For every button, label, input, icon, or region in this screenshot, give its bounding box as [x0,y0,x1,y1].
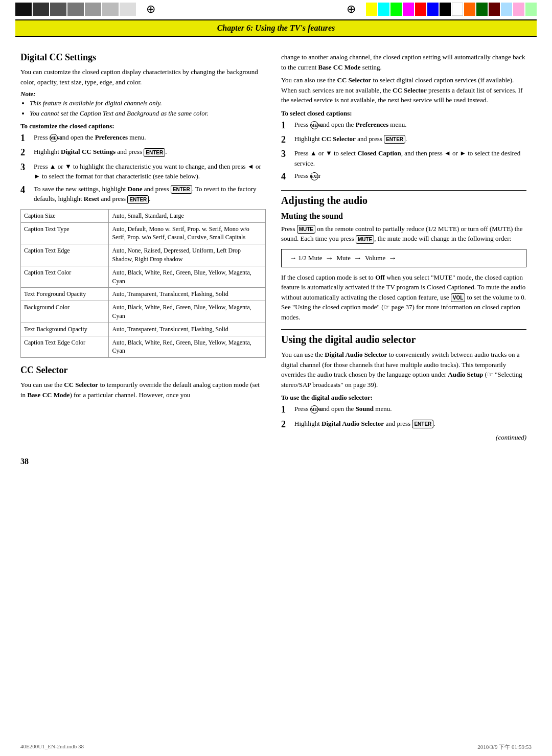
table-row: Text Background Opacity Auto, Transparen… [21,323,266,336]
muting-title: Muting the sound [281,212,526,221]
select-step-4: 4 Press EXIT. [281,171,526,182]
digital-audio-title: Using the digital audio selector [281,329,526,346]
step1-text: and open the Preferences menu. [59,133,146,141]
mute-flow-item-2: Mute [337,254,351,262]
chapter-title: Chapter 6: Using the TV's features [217,24,335,32]
step-3: 3 Press ▲ or ▼ to highlight the characte… [20,162,266,181]
digital-step-1: 1 Press MENU and open the Sound menu. [281,404,526,416]
mute-flow-diagram: → 1/2 Mute → Mute → Volume → [281,249,526,267]
page-number: 38 [0,457,552,466]
enter-icon-3: ENTER [127,195,149,204]
enter-icon-4: ENTER [384,135,405,144]
mute-button-icon: MUTE [297,225,315,234]
step-1: 1 Press MENU and open the Preferences me… [20,132,266,144]
page-footer: 40E200U1_EN-2nd.indb 38 2010/3/9 下午 01:5… [0,743,552,751]
cc-selector-para: You can use the CC Selector to temporari… [20,380,266,400]
arrow-icon-3: → [388,254,397,263]
use-digital-heading: To use the digital audio selector: [281,394,526,402]
note-item-2: You cannot set the Caption Text and Back… [30,108,266,119]
table-cell-value: Auto, Black, White, Red, Green, Blue, Ye… [109,336,266,358]
digital-cc-intro: You can customize the closed caption dis… [20,67,266,87]
select-step-2: 2 Highlight CC Selector and press ENTER. [281,134,526,146]
digital-step-2: 2 Highlight Digital Audio Selector and p… [281,419,526,430]
table-row: Caption Text Color Auto, Black, White, R… [21,266,266,288]
table-cell-value: Auto, Small, Standard, Large [109,209,266,222]
table-cell-value: Auto, Transparent, Translucent, Flashing… [109,323,266,336]
step-4: 4 To save the new settings, highlight Do… [20,184,266,204]
enter-icon-2: ENTER [171,185,192,194]
table-cell-label: Caption Text Color [21,266,109,288]
select-captions-heading: To select closed captions: [281,109,526,118]
table-cell-label: Caption Text Type [21,222,109,244]
table-row: Background Color Auto, Black, White, Red… [21,301,266,323]
continued-text: (continued) [281,433,526,442]
digital-steps: 1 Press MENU and open the Sound menu. 2 … [281,404,526,430]
menu-button-icon-2: MENU [310,121,318,129]
footer-left: 40E200U1_EN-2nd.indb 38 [20,743,84,751]
table-row: Caption Text Edge Color Auto, Black, Whi… [21,336,266,358]
digital-audio-para: You can use the Digital Audio Selector t… [281,350,526,390]
table-cell-value: Auto, Transparent, Translucent, Flashing… [109,288,266,301]
select-captions-steps: 1 Press MENU and open the Preferences me… [281,120,526,183]
adjusting-audio-title: Adjusting the audio [281,190,526,207]
table-cell-label: Background Color [21,301,109,323]
table-cell-value: Auto, Default, Mono w. Serif, Prop. w. S… [109,222,266,244]
note-label: Note: [20,90,36,98]
note-item-1: This feature is available for digital ch… [30,98,266,108]
menu-button-icon-3: MENU [310,405,318,414]
right-column: change to another analog channel, the cl… [281,47,526,442]
note-block: Note: This feature is available for digi… [20,90,266,118]
footer-right: 2010/3/9 下午 01:59:53 [477,743,532,751]
arrow-icon-2: → [354,254,362,263]
settings-table: Caption Size Auto, Small, Standard, Larg… [20,209,266,358]
table-cell-label: Text Background Opacity [21,323,109,336]
arrow-icon-1: → [326,254,334,263]
table-cell-label: Caption Size [21,209,109,222]
mute-button-icon-2: MUTE [356,235,374,244]
table-row: Caption Text Edge Auto, None, Raised, De… [21,244,266,266]
enter-icon-5: ENTER [412,420,433,428]
table-row: Text Foreground Opacity Auto, Transparen… [21,288,266,301]
mute-flow-item-3: Volume [365,254,385,262]
left-column: Digital CC Settings You can customize th… [20,47,266,442]
cc-para-2: You can also use the CC Selector to sele… [281,75,526,105]
step1-press: Press [34,133,50,141]
select-step-1: 1 Press MENU and open the Preferences me… [281,120,526,131]
table-cell-label: Caption Text Edge Color [21,336,109,358]
table-cell-label: Caption Text Edge [21,244,109,266]
chapter-header: Chapter 6: Using the TV's features [15,19,537,37]
customize-heading: To customize the closed captions: [20,122,266,130]
customize-steps: 1 Press MENU and open the Preferences me… [20,132,266,204]
table-cell-value: Auto, Black, White, Red, Green, Blue, Ye… [109,266,266,288]
table-cell-value: Auto, Black, White, Red, Green, Blue, Ye… [109,301,266,323]
menu-button-icon: MENU [50,134,58,142]
vol-icon: VOL [451,293,466,302]
cc-continued-para: change to another analog channel, the cl… [281,52,526,72]
digital-cc-title: Digital CC Settings [20,52,266,63]
enter-icon: ENTER [144,148,165,157]
muting-end-para: If the closed caption mode is set to Off… [281,272,526,323]
cc-selector-title: CC Selector [20,365,266,376]
table-cell-label: Text Foreground Opacity [21,288,109,301]
table-cell-value: Auto, None, Raised, Depressed, Uniform, … [109,244,266,266]
table-row: Caption Size Auto, Small, Standard, Larg… [21,209,266,222]
page-wrapper: ⊕ ⊕ [0,0,552,756]
exit-button-icon: EXIT [310,172,318,180]
muting-para: Press MUTE on the remote control to part… [281,224,526,244]
select-step-3: 3 Press ▲ or ▼ to select Closed Caption,… [281,148,526,168]
step-2: 2 Highlight Digital CC Settings and pres… [20,147,266,158]
mute-flow-item-1: → 1/2 Mute [290,254,323,262]
table-row: Caption Text Type Auto, Default, Mono w.… [21,222,266,244]
